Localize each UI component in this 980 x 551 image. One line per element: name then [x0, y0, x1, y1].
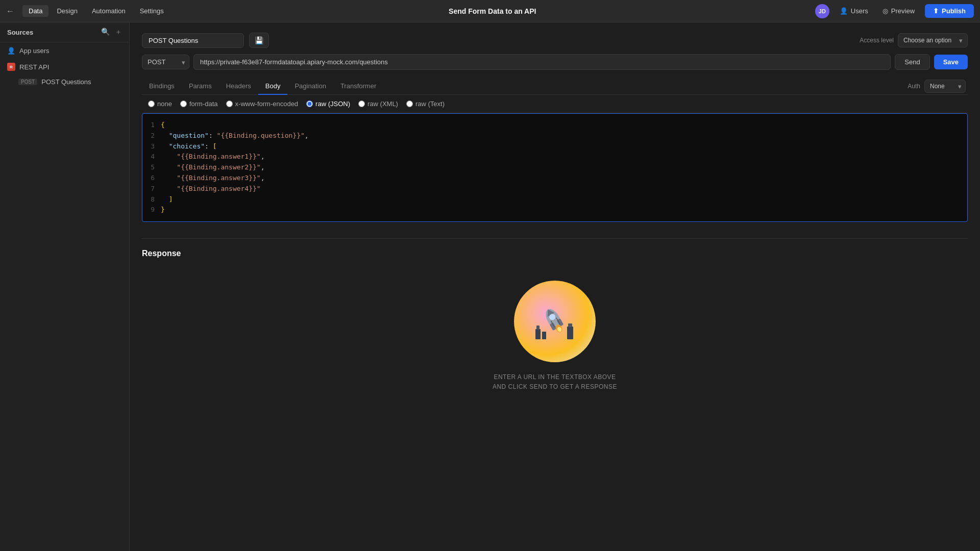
sidebar-title: Sources — [7, 29, 33, 36]
radio-raw-xml[interactable]: raw (XML) — [358, 100, 398, 108]
sidebar: Sources 🔍 ＋ 👤 App users R REST API POST … — [0, 22, 130, 551]
send-button[interactable]: Send — [895, 54, 929, 70]
code-line-4: 4 "{{Binding.answer1}}", — [146, 152, 963, 162]
sidebar-section: 👤 App users R REST API POST POST Questio… — [0, 42, 129, 89]
app-users-icon: 👤 — [7, 46, 15, 55]
response-section: Response — [142, 238, 968, 402]
radio-x-www-form-encoded[interactable]: x-www-form-encoded — [226, 100, 299, 108]
code-line-6: 6 "{{Binding.answer3}}", — [146, 173, 963, 184]
tab-headers[interactable]: Headers — [219, 78, 258, 95]
auth-label: Auth — [908, 83, 920, 90]
sidebar-item-rest-api[interactable]: R REST API — [0, 59, 129, 75]
access-level-select[interactable]: Choose an option Public Private Authenti… — [898, 33, 968, 47]
tab-design[interactable]: Design — [51, 5, 83, 17]
sidebar-header: Sources 🔍 ＋ — [0, 22, 129, 42]
body-format-row: none form-data x-www-form-encoded raw (J… — [142, 95, 968, 113]
nav-right: JD 👤 Users ◎ Preview ⬆ Publish — [815, 4, 974, 18]
tab-body[interactable]: Body — [258, 78, 288, 95]
request-name-input[interactable] — [142, 33, 244, 48]
access-level-group: Access level Choose an option Public Pri… — [860, 33, 968, 47]
tabs-row: Bindings Params Headers Body Pagination … — [142, 78, 968, 95]
page-title: Send Form Data to an API — [170, 7, 815, 15]
rocket-illustration — [529, 301, 580, 342]
access-level-wrapper: Choose an option Public Private Authenti… — [898, 33, 968, 47]
url-input[interactable] — [193, 54, 891, 70]
code-line-1: 1 { — [146, 120, 963, 131]
back-button[interactable]: ← — [6, 7, 14, 16]
avatar: JD — [815, 4, 829, 18]
response-illustration — [514, 281, 596, 362]
response-title: Response — [142, 249, 968, 258]
auth-wrapper: None Basic Bearer OAuth2 — [924, 80, 966, 93]
auth-select[interactable]: None Basic Bearer OAuth2 — [924, 80, 966, 93]
preview-icon: ◎ — [883, 7, 888, 15]
tab-data[interactable]: Data — [22, 5, 48, 17]
svg-rect-12 — [567, 327, 573, 339]
sidebar-item-label: App users — [19, 47, 50, 55]
svg-rect-9 — [535, 329, 541, 339]
users-icon: 👤 — [840, 7, 848, 15]
method-select[interactable]: POST GET PUT PATCH DELETE — [142, 55, 189, 69]
svg-rect-13 — [568, 323, 572, 327]
code-line-2: 2 "question": "{{Binding.question}}", — [146, 131, 963, 141]
main-layout: Sources 🔍 ＋ 👤 App users R REST API POST … — [0, 22, 980, 551]
response-empty-state: ENTER A URL IN THE TEXTBOX ABOVE AND CLI… — [142, 270, 968, 402]
sidebar-header-icons: 🔍 ＋ — [101, 28, 122, 37]
users-button[interactable]: 👤 Users — [836, 5, 872, 17]
radio-form-data[interactable]: form-data — [180, 100, 218, 108]
search-icon[interactable]: 🔍 — [101, 28, 110, 37]
response-empty-text: ENTER A URL IN THE TEXTBOX ABOVE AND CLI… — [493, 372, 617, 392]
svg-rect-10 — [536, 325, 540, 330]
method-wrapper: POST GET PUT PATCH DELETE — [142, 55, 189, 69]
url-bar: POST GET PUT PATCH DELETE Send Save — [142, 54, 968, 70]
publish-button[interactable]: ⬆ Publish — [925, 4, 974, 18]
save-button[interactable]: Save — [934, 55, 968, 69]
tab-transformer[interactable]: Transformer — [333, 78, 383, 95]
post-questions-label: POST Questions — [41, 78, 91, 86]
tab-params[interactable]: Params — [182, 78, 219, 95]
radio-raw-json[interactable]: raw (JSON) — [306, 100, 350, 108]
sidebar-item-app-users[interactable]: 👤 App users — [0, 42, 129, 59]
code-line-8: 8 ] — [146, 194, 963, 205]
post-badge: POST — [18, 79, 37, 85]
code-line-9: 9 } — [146, 205, 963, 215]
tab-pagination[interactable]: Pagination — [287, 78, 333, 95]
tab-settings[interactable]: Settings — [134, 5, 170, 17]
publish-icon: ⬆ — [933, 7, 939, 15]
content-area: 💾 Access level Choose an option Public P… — [130, 22, 980, 551]
auth-group: Auth None Basic Bearer OAuth2 — [908, 80, 968, 93]
tab-automation[interactable]: Automation — [86, 5, 132, 17]
radio-none[interactable]: none — [148, 100, 172, 108]
nav-tabs: Data Design Automation Settings — [22, 5, 170, 17]
rest-api-icon: R — [7, 63, 15, 71]
save-icon-button[interactable]: 💾 — [249, 33, 269, 48]
access-level-label: Access level — [860, 37, 894, 44]
preview-button[interactable]: ◎ Preview — [878, 5, 919, 17]
code-line-7: 7 "{{Binding.answer4}}" — [146, 184, 963, 194]
radio-raw-text[interactable]: raw (Text) — [406, 100, 445, 108]
tab-bindings[interactable]: Bindings — [142, 78, 182, 95]
code-line-3: 3 "choices": [ — [146, 141, 963, 152]
sidebar-sub-item-post-questions[interactable]: POST POST Questions — [0, 75, 129, 89]
request-header: 💾 Access level Choose an option Public P… — [142, 33, 968, 48]
top-nav: ← Data Design Automation Settings Send F… — [0, 0, 980, 22]
rest-api-label: REST API — [19, 63, 49, 71]
svg-rect-11 — [542, 332, 546, 339]
code-editor[interactable]: 1 { 2 "question": "{{Binding.question}}"… — [142, 113, 968, 222]
code-line-5: 5 "{{Binding.answer2}}", — [146, 162, 963, 173]
add-source-icon[interactable]: ＋ — [115, 28, 122, 37]
